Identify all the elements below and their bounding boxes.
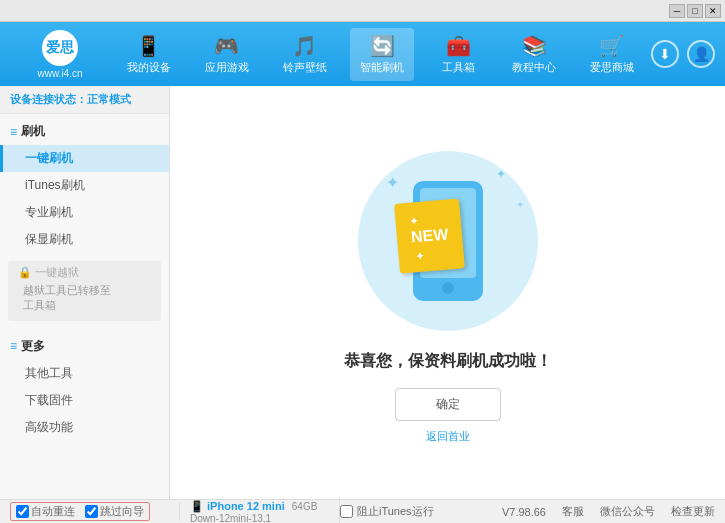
itunes-stop-checkbox[interactable] <box>340 505 353 518</box>
support-link[interactable]: 客服 <box>562 504 584 519</box>
sidebar-pro-flash[interactable]: 专业刷机 <box>0 199 169 226</box>
logo-text: 爱思 <box>46 39 74 57</box>
success-message: 恭喜您，保资料刷机成功啦！ <box>344 351 552 372</box>
bottom-left-section: 自动重连 跳过向导 <box>10 502 180 521</box>
nav-smart-flash[interactable]: 🔄 智能刷机 <box>350 28 414 81</box>
jailbreak-section: 🔒 一键越狱 越狱工具已转移至 工具箱 <box>8 261 161 321</box>
nav-app-games-label: 应用游戏 <box>205 60 249 75</box>
nav-toolbox[interactable]: 🧰 工具箱 <box>428 28 488 81</box>
sidebar-save-flash[interactable]: 保显刷机 <box>0 226 169 253</box>
connection-status: 设备连接状态：正常模式 <box>0 86 169 114</box>
version-text: V7.98.66 <box>502 506 546 518</box>
phone-home-btn <box>442 282 454 294</box>
nav-app-games[interactable]: 🎮 应用游戏 <box>195 28 259 81</box>
flash-section: ≡ 刷机 一键刷机 iTunes刷机 专业刷机 保显刷机 <box>0 114 169 257</box>
nav-ringtones[interactable]: 🎵 铃声壁纸 <box>273 28 337 81</box>
main-panel: ✦ ✦ ✦ NEW 恭喜您，保资料刷机成功啦！ 确定 返回首业 <box>170 86 725 499</box>
circle-background: ✦ ✦ ✦ NEW <box>358 151 538 331</box>
wechat-link[interactable]: 微信公众号 <box>600 504 655 519</box>
sparkle-2: ✦ <box>496 167 506 181</box>
status-value: 正常模式 <box>87 93 131 105</box>
nav-store[interactable]: 🛒 爱思商城 <box>580 28 644 81</box>
auto-reconnect-label: 自动重连 <box>31 504 75 519</box>
more-header-icon: ≡ <box>10 339 17 353</box>
nav-my-device-label: 我的设备 <box>127 60 171 75</box>
flash-section-label: 刷机 <box>21 123 45 140</box>
sparkle-3: ✦ <box>516 199 524 210</box>
skip-wizard-checkbox[interactable] <box>85 505 98 518</box>
top-nav: 爱思 www.i4.cn 📱 我的设备 🎮 应用游戏 🎵 铃声壁纸 🔄 智能刷机… <box>0 22 725 86</box>
skip-wizard-item: 跳过向导 <box>85 504 144 519</box>
window-controls: ─ □ ✕ <box>669 4 721 18</box>
bottom-right: V7.98.66 客服 微信公众号 检查更新 <box>502 504 715 519</box>
sidebar: 设备连接状态：正常模式 ≡ 刷机 一键刷机 iTunes刷机 专业刷机 保显刷机… <box>0 86 170 499</box>
sidebar-advanced[interactable]: 高级功能 <box>0 414 169 441</box>
tutorials-icon: 📚 <box>522 34 547 58</box>
nav-smart-flash-label: 智能刷机 <box>360 60 404 75</box>
nav-right-buttons: ⬇ 👤 <box>651 40 715 68</box>
app-games-icon: 🎮 <box>214 34 239 58</box>
toolbox-icon: 🧰 <box>446 34 471 58</box>
profile-button[interactable]: 👤 <box>687 40 715 68</box>
title-bar: ─ □ ✕ <box>0 0 725 22</box>
skip-wizard-label: 跳过向导 <box>100 504 144 519</box>
phone-container: NEW <box>413 181 483 301</box>
confirm-button[interactable]: 确定 <box>395 388 501 421</box>
update-link[interactable]: 检查更新 <box>671 504 715 519</box>
minimize-button[interactable]: ─ <box>669 4 685 18</box>
nav-toolbox-label: 工具箱 <box>442 60 475 75</box>
new-badge: NEW <box>394 198 465 273</box>
device-name: iPhone 12 mini <box>207 500 285 512</box>
store-icon: 🛒 <box>599 34 624 58</box>
main-area: 设备连接状态：正常模式 ≡ 刷机 一键刷机 iTunes刷机 专业刷机 保显刷机… <box>0 86 725 499</box>
close-button[interactable]: ✕ <box>705 4 721 18</box>
nav-tutorials-label: 教程中心 <box>512 60 556 75</box>
sparkle-1: ✦ <box>386 173 399 192</box>
sidebar-one-click-flash[interactable]: 一键刷机 <box>0 145 169 172</box>
checkbox-group: 自动重连 跳过向导 <box>10 502 150 521</box>
nav-store-label: 爱思商城 <box>590 60 634 75</box>
flash-section-header: ≡ 刷机 <box>0 118 169 145</box>
smart-flash-icon: 🔄 <box>370 34 395 58</box>
back-link[interactable]: 返回首业 <box>426 429 470 444</box>
auto-reconnect-checkbox[interactable] <box>16 505 29 518</box>
itunes-stop-label: 阻止iTunes运行 <box>357 504 434 519</box>
nav-ringtones-label: 铃声壁纸 <box>283 60 327 75</box>
sidebar-download-firmware[interactable]: 下载固件 <box>0 387 169 414</box>
jailbreak-note: 越狱工具已转移至 工具箱 <box>18 280 151 317</box>
nav-items: 📱 我的设备 🎮 应用游戏 🎵 铃声壁纸 🔄 智能刷机 🧰 工具箱 📚 教程中心… <box>110 28 651 81</box>
bottom-bar: 自动重连 跳过向导 📱 iPhone 12 mini 64GB Down-12m… <box>0 499 725 523</box>
sidebar-other-tools[interactable]: 其他工具 <box>0 360 169 387</box>
jailbreak-label: 🔒 一键越狱 <box>18 265 151 280</box>
status-label: 设备连接状态： <box>10 93 87 105</box>
auto-reconnect-item: 自动重连 <box>16 504 75 519</box>
logo-area: 爱思 www.i4.cn <box>10 30 110 79</box>
device-info: 📱 iPhone 12 mini 64GB Down-12mini-13,1 <box>180 498 340 524</box>
device-model: Down-12mini-13,1 <box>190 513 329 524</box>
logo-icon: 爱思 <box>42 30 78 66</box>
more-section: ≡ 更多 其他工具 下载固件 高级功能 <box>0 325 169 445</box>
download-button[interactable]: ⬇ <box>651 40 679 68</box>
logo-url: www.i4.cn <box>37 68 82 79</box>
success-illustration: ✦ ✦ ✦ NEW <box>348 141 548 341</box>
device-storage: 64GB <box>292 501 318 512</box>
sidebar-itunes-flash[interactable]: iTunes刷机 <box>0 172 169 199</box>
nav-my-device[interactable]: 📱 我的设备 <box>117 28 181 81</box>
nav-tutorials[interactable]: 📚 教程中心 <box>502 28 566 81</box>
flash-header-icon: ≡ <box>10 125 17 139</box>
ringtones-icon: 🎵 <box>292 34 317 58</box>
restore-button[interactable]: □ <box>687 4 703 18</box>
itunes-stop-area: 阻止iTunes运行 <box>340 504 434 519</box>
device-icon: 📱 <box>190 500 207 512</box>
my-device-icon: 📱 <box>136 34 161 58</box>
more-section-header: ≡ 更多 <box>0 333 169 360</box>
